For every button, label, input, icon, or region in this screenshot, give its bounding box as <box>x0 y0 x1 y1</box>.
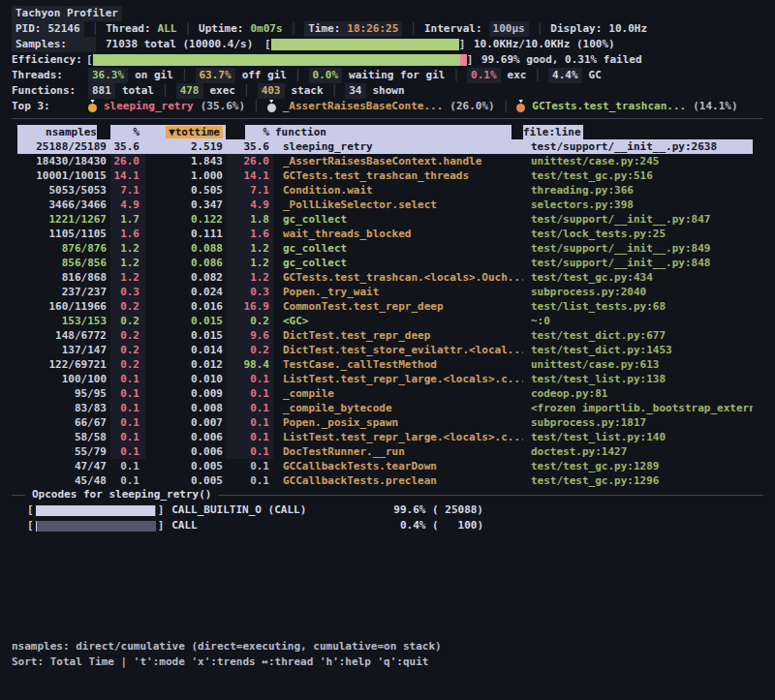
cell-tottime: 1.843 <box>145 154 227 168</box>
cell-file: test/support/__init__.py:2638 <box>523 139 753 154</box>
table-row[interactable]: 66/670.10.0070.1Popen._posix_spawnsubpro… <box>17 415 753 430</box>
table-row[interactable]: 122/697210.20.01298.4TestCase._callTestM… <box>17 357 753 372</box>
header-gap <box>97 125 110 139</box>
table-row[interactable]: 25188/2518935.62.51935.6sleeping_retryte… <box>17 139 753 154</box>
cell-pct2: 1.2 <box>227 241 273 256</box>
table-row[interactable]: 83/830.10.0080.1_compile_bytecode<frozen… <box>17 401 753 415</box>
cell-function: <GC> <box>273 314 523 328</box>
cell-tottime: 0.082 <box>145 270 227 285</box>
table-row[interactable]: 237/2370.30.0240.3Popen._try_waitsubproc… <box>17 285 753 299</box>
cell-function: wait_threads_blocked <box>273 227 523 241</box>
cell-nsamples: 876/876 <box>17 241 110 256</box>
cell-file: threading.py:366 <box>523 183 753 198</box>
tachyon-profiler-window: Tachyon Profiler PID:52146 │ Thread:ALL … <box>0 0 775 700</box>
cell-nsamples: 10001/10015 <box>17 168 110 183</box>
table-row[interactable]: 856/8561.20.0861.2gc_collecttest/support… <box>17 256 753 270</box>
cell-function: _compile <box>273 386 523 401</box>
cell-pct2: 98.4 <box>227 357 273 372</box>
table-row[interactable]: 58/580.10.0060.1ListTest.test_repr_large… <box>17 430 753 444</box>
cell-tottime: 0.008 <box>145 401 227 415</box>
pid-value: 52146 <box>48 22 80 35</box>
opcodes-panel: Opcodes for sleeping_retry() []CALL_BUIL… <box>12 487 763 533</box>
cell-pct1: 0.1 <box>110 430 145 444</box>
table-row[interactable]: 47/470.10.0050.1GCCallbackTests.tearDown… <box>17 459 753 473</box>
table-row[interactable]: 816/8681.20.0821.2GCTests.test_trashcan.… <box>17 270 753 285</box>
samples-rate: 10.0KHz/10.0KHz (100%) <box>474 37 615 52</box>
cell-nsamples: 45/48 <box>17 473 110 488</box>
cell-file: test/test_dict.py:1453 <box>523 343 753 357</box>
separator: │ <box>410 21 417 37</box>
pid-group: PID:52146 <box>12 21 84 37</box>
bracket: ] <box>158 518 165 533</box>
table-row[interactable]: 3466/34664.90.3474.9_PollLikeSelector.se… <box>17 198 753 212</box>
function-table: nsamples % ▼tottime % function file:line… <box>17 125 753 488</box>
table-row[interactable]: 160/119660.20.01616.9CommonTest.test_rep… <box>17 299 753 314</box>
cell-function: ListTest.test_repr_large.<locals>.c... <box>273 372 523 386</box>
cell-function: TestCase._callTestMethod <box>273 357 523 372</box>
cell-function: _PollLikeSelector.select <box>273 198 523 212</box>
cell-function: DictTest.test_store_evilattr.<local... <box>273 343 523 357</box>
table-row[interactable]: 876/8761.20.0881.2gc_collecttest/support… <box>17 241 753 256</box>
cell-nsamples: 3466/3466 <box>17 198 110 212</box>
cell-pct1: 1.7 <box>110 212 145 227</box>
cell-nsamples: 856/856 <box>17 256 110 270</box>
samples-progress-bar <box>271 39 459 50</box>
rule-dash <box>12 495 25 496</box>
cell-file: test/test_list.py:140 <box>523 430 753 444</box>
interval-value: 100µs <box>489 21 529 37</box>
separator: │ <box>181 68 188 83</box>
cell-tottime: 0.005 <box>145 473 227 488</box>
opcode-progress-fill <box>36 505 156 516</box>
threads-on-gil-value: 36.3% <box>88 68 128 83</box>
table-row[interactable]: 153/1530.20.0150.2<GC>~:0 <box>17 314 753 328</box>
efficiency-bar-group: [] <box>86 52 473 68</box>
column-header-function[interactable]: function <box>273 125 523 139</box>
column-header-pct-direct[interactable]: % <box>110 125 145 139</box>
table-row[interactable]: 5053/50537.10.5057.1Condition.waitthread… <box>17 183 753 198</box>
cell-tottime: 0.009 <box>145 386 227 401</box>
top3-third-name[interactable]: GCTests.test_trashcan... <box>532 99 686 114</box>
table-row[interactable]: 18430/1843026.01.84326.0_AssertRaisesBas… <box>17 154 753 168</box>
cell-function: GCTests.test_trashcan.<locals>.Ouch... <box>273 270 523 285</box>
opcode-name: CALL <box>171 518 198 533</box>
separator: │ <box>503 99 510 114</box>
cell-pct2: 1.6 <box>227 227 273 241</box>
cell-pct2: 0.2 <box>227 314 273 328</box>
table-row[interactable]: 1221/12671.70.1221.8gc_collecttest/suppo… <box>17 212 753 227</box>
functions-total-value: 881 <box>88 83 115 99</box>
opcode-row: []CALL_BUILTIN_O (CALL)99.6% ( 25088) <box>12 502 483 518</box>
cell-function: Condition.wait <box>273 183 523 198</box>
samples-bar-group: [] <box>264 37 465 52</box>
title-line: Tachyon Profiler <box>12 6 763 21</box>
table-row[interactable]: 95/950.10.0090.1_compilecodeop.py:81 <box>17 386 753 401</box>
table-row[interactable]: 45/480.10.0050.1GCCallbackTests.preclean… <box>17 473 753 488</box>
column-header-tottime[interactable]: ▼tottime <box>145 125 227 139</box>
threads-waiting-value: 0.0% <box>309 68 343 83</box>
cell-pct1: 1.2 <box>110 270 145 285</box>
cell-tottime: 1.000 <box>145 168 227 183</box>
cell-nsamples: 1105/1105 <box>17 227 110 241</box>
cell-pct2: 0.1 <box>227 372 273 386</box>
table-row[interactable]: 137/1470.20.0140.2DictTest.test_store_ev… <box>17 343 753 357</box>
table-row[interactable]: 148/67720.20.0159.6DictTest.test_repr_de… <box>17 328 753 343</box>
cell-file: <frozen importlib._bootstrap_externa <box>523 401 753 415</box>
cell-nsamples: 148/6772 <box>17 328 110 343</box>
gold-medal-icon <box>88 104 97 112</box>
table-row[interactable]: 1105/11051.60.1111.6wait_threads_blocked… <box>17 227 753 241</box>
rule-line <box>218 495 763 496</box>
separator: │ <box>331 83 338 99</box>
samples-line: Samples: 71038 total (10000.4/s) [] 10.0… <box>12 37 763 52</box>
table-row[interactable]: 10001/1001514.11.00014.1GCTests.test_tra… <box>17 168 753 183</box>
top3-second-name[interactable]: _AssertRaisesBaseConte... <box>283 99 444 114</box>
top3-first-name[interactable]: sleeping_retry <box>104 99 194 114</box>
top3-second-pct: (26.0%) <box>450 99 494 114</box>
table-top-separator <box>12 118 763 119</box>
thread-value[interactable]: ALL <box>158 21 177 37</box>
threads-gc-value: 4.4% <box>548 68 582 83</box>
cell-pct2: 0.2 <box>227 343 273 357</box>
table-row[interactable]: 100/1000.10.0100.1ListTest.test_repr_lar… <box>17 372 753 386</box>
table-row[interactable]: 55/790.10.0060.1DocTestRunner.__rundocte… <box>17 444 753 459</box>
top3-third-pct: (14.1%) <box>693 99 737 114</box>
cell-tottime: 0.006 <box>145 444 227 459</box>
cell-pct2: 9.6 <box>227 328 273 343</box>
